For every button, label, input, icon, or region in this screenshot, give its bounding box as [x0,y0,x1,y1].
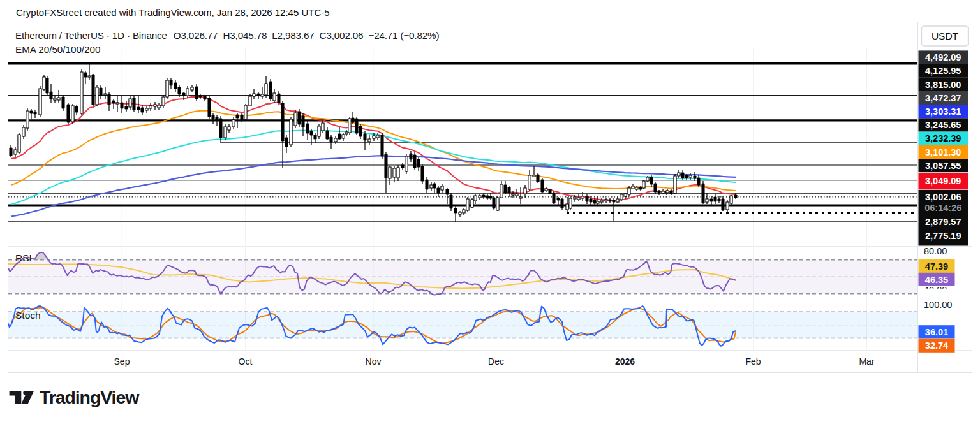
svg-text:46.35: 46.35 [925,275,948,285]
svg-text:32.74: 32.74 [925,340,948,351]
svg-text:100.00: 100.00 [924,300,952,310]
svg-text:3,303.31: 3,303.31 [925,106,961,117]
svg-text:3,057.55: 3,057.55 [925,161,961,171]
svg-text:4,492.09: 4,492.09 [925,52,961,62]
svg-text:3,245.65: 3,245.65 [925,120,961,130]
svg-text:3,232.39: 3,232.39 [925,133,961,143]
svg-text:Feb: Feb [745,356,761,367]
svg-text:TradingView: TradingView [40,387,140,407]
svg-text:3,049.09: 3,049.09 [925,176,961,186]
svg-text:RSI: RSI [15,252,32,263]
svg-text:CryptoFXStreet created with Tr: CryptoFXStreet created with TradingView.… [16,7,330,18]
svg-text:Sep: Sep [114,356,130,367]
svg-text:Mar: Mar [859,356,874,367]
svg-text:2,879.57: 2,879.57 [925,217,961,227]
svg-text:3,472.37: 3,472.37 [925,93,961,103]
svg-text:80.00: 80.00 [924,246,947,256]
svg-text:36.01: 36.01 [925,327,948,337]
svg-text:40.00: 40.00 [924,285,947,295]
svg-text:Stoch: Stoch [15,310,41,321]
svg-text:USDT: USDT [932,31,959,41]
svg-text:2,775.19: 2,775.19 [925,231,961,241]
svg-text:Oct: Oct [239,356,253,367]
svg-text:EMA 20/50/100/200: EMA 20/50/100/200 [15,44,100,55]
svg-text:2026: 2026 [615,356,635,367]
svg-text:Ethereum / TetherUS · 1D · Bin: Ethereum / TetherUS · 1D · Binance O3,02… [15,30,439,41]
svg-text:4,125.95: 4,125.95 [925,66,961,76]
svg-text:Nov: Nov [366,356,382,367]
svg-text:3,815.00: 3,815.00 [925,80,961,90]
svg-text:3,101.30: 3,101.30 [925,147,961,157]
svg-text:3,002.06: 3,002.06 [925,192,961,202]
svg-text:47.39: 47.39 [925,261,948,272]
svg-text:06:14:26: 06:14:26 [924,203,961,213]
svg-text:Dec: Dec [488,356,504,367]
